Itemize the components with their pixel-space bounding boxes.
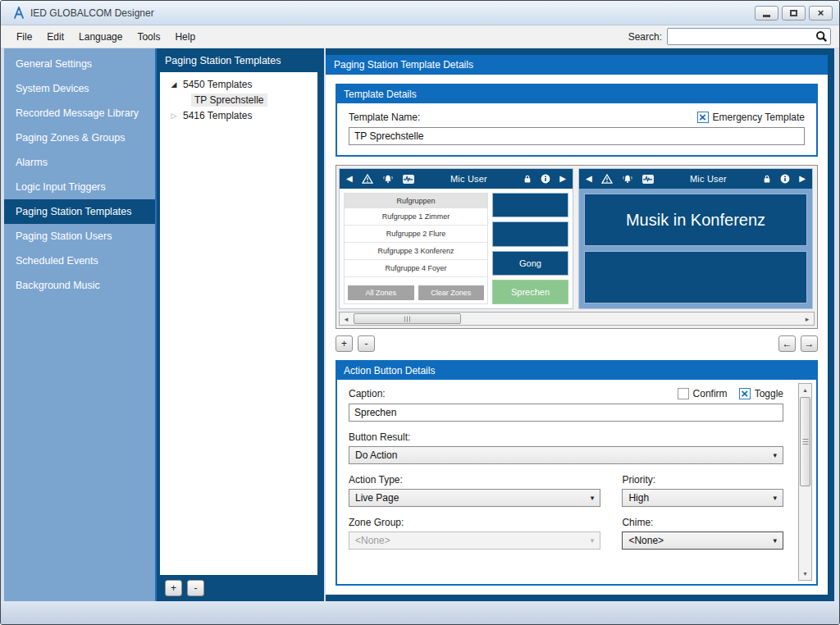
scrollbar-track[interactable]: [353, 312, 801, 325]
confirm-checkbox[interactable]: [678, 388, 689, 399]
expander-collapsed-icon[interactable]: ▷: [168, 112, 180, 120]
priority-value: High: [628, 492, 649, 504]
sidebar-item-recorded-message-library[interactable]: Recorded Message Library: [4, 101, 155, 125]
scrollbar-thumb[interactable]: [354, 313, 461, 324]
add-template-button[interactable]: +: [165, 580, 182, 596]
mic-action-button-blank-1[interactable]: [492, 193, 568, 217]
template-preview-box: ◀: [336, 165, 818, 329]
mic-warning-icon[interactable]: [601, 174, 613, 184]
template-name-input[interactable]: [349, 127, 805, 145]
tree-node-5416-templates[interactable]: ▷ 5416 Templates: [162, 107, 316, 123]
dropdown-arrow-icon: ▾: [591, 494, 595, 502]
all-zones-button[interactable]: All Zones: [348, 285, 414, 300]
scroll-down-icon[interactable]: ▾: [799, 568, 811, 580]
mic-info-icon[interactable]: [780, 174, 790, 184]
mic-lock-icon[interactable]: [523, 174, 532, 184]
button-result-value: Do Action: [355, 449, 397, 461]
sidebar-item-paging-station-templates[interactable]: Paging Station Templates: [4, 199, 155, 224]
scroll-up-icon[interactable]: ▴: [799, 384, 811, 396]
expander-expanded-icon[interactable]: ◢: [168, 80, 180, 89]
zone-list-header: Rufgruppen: [345, 194, 487, 208]
window-bottom-strip: [1, 601, 839, 624]
zone-group-list: Rufgruppen Rufgruppe 1 Zimmer Rufgruppe …: [344, 193, 488, 304]
move-page-right-button[interactable]: →: [801, 335, 818, 352]
app-window: IED GLOBALCOM Designer × File Edit Langu…: [0, 0, 840, 625]
mic-warning-icon[interactable]: [362, 174, 373, 184]
maximize-button[interactable]: [782, 6, 806, 21]
dropdown-arrow-icon: ▾: [773, 536, 777, 545]
mic-status-icon[interactable]: [403, 175, 414, 184]
clear-zones-button[interactable]: Clear Zones: [418, 285, 485, 300]
mic-status-icon[interactable]: [642, 175, 654, 184]
mic-action-button-blank-2[interactable]: [492, 221, 568, 246]
search-input[interactable]: [673, 31, 815, 43]
action-type-value: Live Page: [355, 492, 399, 504]
zone-list-item[interactable]: Rufgruppe 1 Zimmer: [345, 208, 487, 226]
sidebar-item-background-music[interactable]: Background Music: [4, 273, 155, 298]
tree-node-5450-templates[interactable]: ◢ 5450 Templates: [162, 76, 316, 92]
scrollbar-thumb[interactable]: [800, 397, 810, 486]
remove-template-button[interactable]: -: [187, 580, 204, 596]
mic-action-button-sprechen[interactable]: Sprechen: [492, 280, 568, 304]
add-page-button[interactable]: +: [336, 335, 353, 352]
scroll-right-icon[interactable]: ▸: [801, 312, 814, 325]
mic-alarm-bell-icon[interactable]: [622, 174, 633, 184]
tree-node-label: 5416 Templates: [180, 109, 256, 122]
tree-node-tp-sprechstelle[interactable]: TP Sprechstelle: [162, 92, 316, 107]
sidebar-item-scheduled-events[interactable]: Scheduled Events: [4, 249, 155, 273]
sidebar-item-paging-station-users[interactable]: Paging Station Users: [4, 224, 155, 249]
sidebar-item-paging-zones-groups[interactable]: Paging Zones & Groups: [4, 125, 155, 150]
zone-list-item[interactable]: Rufgruppe 4 Foyer: [345, 260, 487, 277]
emergency-template-checkbox[interactable]: [697, 112, 709, 123]
menu-tools[interactable]: Tools: [130, 28, 167, 46]
remove-page-button[interactable]: -: [358, 335, 375, 352]
mic-nav-right-icon[interactable]: ▶: [799, 175, 806, 183]
zone-list-item[interactable]: Rufgruppe 2 Flure: [345, 226, 487, 243]
toggle-checkbox[interactable]: [739, 388, 751, 399]
chime-dropdown[interactable]: <None> ▾: [622, 531, 783, 550]
tree-footer: + -: [157, 575, 324, 601]
move-page-left-button[interactable]: ←: [778, 335, 796, 352]
preview-horizontal-scrollbar[interactable]: ◂ ▸: [339, 312, 815, 326]
menu-file[interactable]: File: [9, 28, 39, 46]
preview-toolbar: + - ← →: [336, 335, 818, 352]
search-icon[interactable]: [815, 30, 828, 43]
mic-action-button-blank[interactable]: [584, 251, 807, 303]
priority-dropdown[interactable]: High ▾: [622, 489, 783, 507]
sidebar-nav: General Settings System Devices Recorded…: [4, 48, 155, 601]
sidebar-item-system-devices[interactable]: System Devices: [4, 76, 155, 101]
scrollbar-track[interactable]: [799, 396, 811, 568]
scroll-left-icon[interactable]: ◂: [340, 312, 353, 325]
button-result-dropdown[interactable]: Do Action ▾: [349, 446, 783, 464]
menu-language[interactable]: Language: [71, 28, 130, 46]
button-result-label: Button Result:: [349, 431, 783, 443]
mic-action-button-gong[interactable]: Gong: [492, 251, 568, 276]
menu-help[interactable]: Help: [167, 28, 203, 46]
menu-edit[interactable]: Edit: [39, 28, 71, 46]
mic-nav-right-icon[interactable]: ▶: [559, 175, 566, 183]
mic-preview-page-1: ◀: [339, 168, 573, 309]
template-details-panel: Paging Station Template Details Template…: [326, 48, 834, 601]
action-details-vertical-scrollbar[interactable]: ▴ ▾: [798, 383, 812, 581]
mic-nav-left-icon[interactable]: ◀: [346, 175, 353, 183]
mic-alarm-bell-icon[interactable]: [382, 174, 394, 184]
details-content: Template Details Template Name: Emergenc…: [326, 75, 828, 595]
minimize-button[interactable]: [755, 6, 778, 21]
action-details-group-title: Action Button Details: [337, 362, 816, 380]
search-box: [667, 28, 831, 45]
mic-info-icon[interactable]: [541, 174, 550, 184]
zone-group-label: Zone Group:: [349, 517, 600, 528]
sidebar-item-general-settings[interactable]: General Settings: [4, 52, 155, 76]
action-type-dropdown[interactable]: Live Page ▾: [349, 489, 600, 507]
mic-nav-left-icon[interactable]: ◀: [586, 175, 592, 183]
sidebar-item-logic-input-triggers[interactable]: Logic Input Triggers: [4, 175, 155, 199]
tree-panel-title: Paging Station Templates: [157, 48, 324, 72]
caption-input[interactable]: [349, 404, 783, 422]
close-button[interactable]: ×: [809, 6, 833, 21]
mic-lock-icon[interactable]: [763, 174, 771, 184]
maximize-icon: [790, 10, 797, 16]
template-details-group: Template Details Template Name: Emergenc…: [336, 84, 818, 157]
zone-list-item[interactable]: Rufgruppe 3 Konferenz: [345, 243, 487, 260]
mic-action-button-musik[interactable]: Musik in Konferenz: [584, 194, 807, 246]
sidebar-item-alarms[interactable]: Alarms: [4, 150, 155, 175]
